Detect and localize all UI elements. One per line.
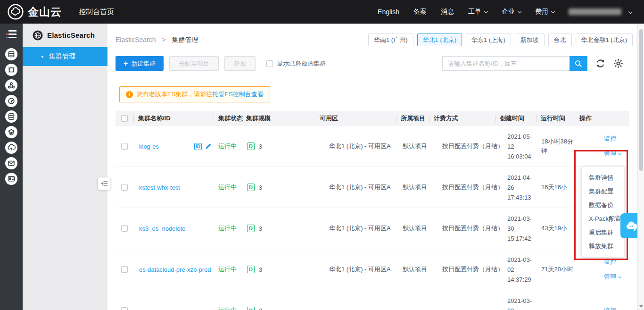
breadcrumb-root[interactable]: ElasticSearch <box>116 36 156 43</box>
scrollbar-thumb[interactable] <box>639 29 643 171</box>
row-checkbox[interactable] <box>121 225 128 232</box>
menu-item-data-backup[interactable]: 数据备份 <box>582 198 624 212</box>
manage-dropdown-trigger[interactable]: 管理 <box>604 272 621 282</box>
table-row: kstest-whx-test 运行中 D3 华北1 (北京) - 可用区A 默… <box>116 167 629 208</box>
plus-icon: + <box>124 60 128 67</box>
id-card-icon[interactable] <box>5 172 18 185</box>
main-content: ElasticSearch > 集群管理 华南1 (广州) 华北1 (北京) 华… <box>107 24 644 310</box>
release-button[interactable]: 释放 <box>224 56 256 71</box>
search-input[interactable] <box>442 56 570 71</box>
vertical-scrollbar[interactable] <box>637 24 644 310</box>
cluster-name-link[interactable]: kstest-whx-test <box>139 184 180 191</box>
table-header: 集群名称/ID 集群状态 集群规模 可用区 所属项目 计费方式 创建时间 运行时… <box>116 111 629 126</box>
cloud-upload-icon[interactable] <box>5 141 18 154</box>
bridge-icon[interactable] <box>5 63 18 76</box>
product-sidebar: ElasticSearch 集群管理 <box>23 24 107 310</box>
monitor-link[interactable]: 监控 <box>604 306 616 310</box>
region-tab-north-china-finance-1[interactable]: 华北金融1 (北京) <box>576 34 633 46</box>
manage-dropdown-trigger[interactable]: 管理 <box>604 149 621 159</box>
copy-id-badge[interactable]: ID <box>194 143 202 150</box>
nav-enterprise[interactable]: 企业 <box>502 8 521 16</box>
nav-billing-label: 费用 <box>535 8 548 15</box>
nav-beian[interactable]: 备案 <box>413 8 427 16</box>
show-released-checkbox[interactable] <box>266 60 273 67</box>
zone-cell: 华北1 (北京) - 可用区A <box>315 142 396 151</box>
settings-gear-icon[interactable] <box>613 59 623 68</box>
region-tab-north-china-1[interactable]: 华北1 (北京) <box>417 34 462 46</box>
runtime-cell: 43天19小 <box>536 224 575 233</box>
layers-icon[interactable] <box>5 126 18 139</box>
region-tab-singapore[interactable]: 新加坡 <box>515 34 545 46</box>
status-running: 运行中 <box>214 306 241 310</box>
monitor-link[interactable]: 监控 <box>604 134 616 143</box>
created-time: 14:37:29 <box>507 275 536 285</box>
toolbar-left: + 新建集群 分配至项目 释放 显示已释放的集群 <box>116 56 326 71</box>
zone-cell: 华北1 (北京) - 可用区A <box>315 224 396 233</box>
sidebar-collapse-handle[interactable] <box>98 177 110 190</box>
cluster-name-link[interactable]: ks3_es_nodelete <box>139 225 185 232</box>
edit-pencil-icon[interactable] <box>205 143 212 150</box>
network-icon[interactable] <box>5 79 18 92</box>
menu-item-xpack-config[interactable]: X-Pack配置 <box>582 212 624 226</box>
menu-item-cluster-details[interactable]: 集群详情 <box>582 171 624 184</box>
cluster-name-link[interactable]: klog-es <box>139 143 159 150</box>
nav-english[interactable]: English <box>378 8 399 16</box>
region-tab-taipei[interactable]: 台北 <box>548 34 572 46</box>
brand-name[interactable]: 金山云 <box>28 5 62 19</box>
sidebar-item-cluster-management[interactable]: 集群管理 <box>23 47 107 66</box>
account-name-masked[interactable] <box>569 8 621 15</box>
manage-label: 管理 <box>604 273 616 280</box>
created-date: 2021-04-26 <box>507 174 532 191</box>
select-all-checkbox[interactable] <box>121 115 128 122</box>
nav-message[interactable]: 消息 <box>441 8 454 16</box>
region-tab-east-china-1[interactable]: 华东1 (上海) <box>466 34 511 46</box>
product-title: ElasticSearch <box>47 31 95 39</box>
account-chevron-down-icon[interactable] <box>628 10 632 14</box>
managed-es-console-link[interactable]: 托管ES控制台查看 <box>212 90 263 99</box>
nav-billing[interactable]: 费用 <box>535 8 554 16</box>
scrollbar-down-arrow-icon[interactable] <box>639 305 643 308</box>
database-icon[interactable] <box>5 110 18 123</box>
servers-icon[interactable] <box>5 48 18 61</box>
refresh-icon[interactable] <box>595 59 605 68</box>
row-checkbox[interactable] <box>121 184 128 191</box>
created-time: 16:03:04 <box>507 151 536 161</box>
chevron-down-icon <box>518 9 521 13</box>
menu-toggle-icon[interactable] <box>6 30 17 40</box>
node-count: 3 <box>259 225 262 232</box>
old-version-notice-banner: i 您有老版本ES集群，请前往 托管ES控制台查看 <box>119 86 270 102</box>
manage-dropdown-menu: 集群详情 集群配置 数据备份 X-Pack配置 重启集群 释放集群 <box>581 167 625 257</box>
row-checkbox[interactable] <box>121 143 128 150</box>
col-header-created: 创建时间 <box>495 114 536 123</box>
manage-label: 管理 <box>604 150 616 157</box>
search-button[interactable] <box>570 56 587 71</box>
nav-workorder-label: 工单 <box>468 8 481 15</box>
nav-workorder[interactable]: 工单 <box>468 8 487 16</box>
node-count: 3 <box>259 143 262 150</box>
topbar-left: 金山云 控制台首页 <box>8 4 114 20</box>
region-tab-south-china-1[interactable]: 华南1 (广州) <box>368 34 413 46</box>
topbar-menu: English 备案 消息 工单 企业 费用 <box>378 8 632 16</box>
menu-item-release-cluster[interactable]: 释放集群 <box>582 239 624 253</box>
cluster-name-link[interactable]: es-datacloud-pre-xzb-prod <box>139 266 211 273</box>
disk-pie-icon[interactable] <box>5 94 18 108</box>
project-cell: 默认项目 <box>396 142 429 151</box>
menu-item-cluster-config[interactable]: 集群配置 <box>582 184 624 198</box>
kingsoft-cloud-logo-icon[interactable] <box>8 4 24 20</box>
row-checkbox[interactable] <box>121 266 128 273</box>
toolbar-right <box>442 56 623 71</box>
assign-to-project-button[interactable]: 分配至项目 <box>169 56 219 71</box>
monitor-link[interactable]: 监控 <box>604 257 616 267</box>
col-header-scale: 集群规模 <box>241 114 315 123</box>
console-home-link[interactable]: 控制台首页 <box>79 8 114 17</box>
menu-item-restart-cluster[interactable]: 重启集群 <box>582 226 624 239</box>
product-header: ElasticSearch <box>23 24 107 47</box>
elasticsearch-product-icon <box>33 30 43 41</box>
table-row: ks3_es_nodelete 运行中 D3 华北1 (北京) - 可用区A 默… <box>116 208 629 249</box>
scale-type-badge: D <box>247 225 255 232</box>
mail-icon[interactable] <box>5 157 18 170</box>
row-checkbox[interactable] <box>121 307 128 310</box>
status-running: 运行中 <box>214 265 241 274</box>
chevron-down-icon <box>551 9 555 13</box>
create-cluster-button[interactable]: + 新建集群 <box>116 56 164 71</box>
